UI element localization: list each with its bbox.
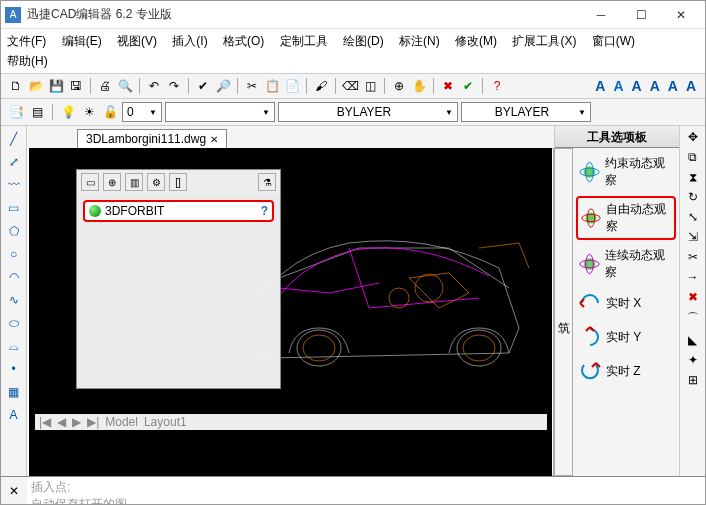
tab-nav-last[interactable]: ▶| [87, 415, 99, 429]
menu-edit[interactable]: 编辑(E) [62, 31, 102, 51]
pan-icon[interactable]: ✋ [410, 77, 428, 95]
menu-dim[interactable]: 标注(N) [399, 31, 440, 51]
circle-icon[interactable]: ○ [5, 245, 23, 263]
saveall-icon[interactable]: 🖫 [67, 77, 85, 95]
text-style-a2[interactable]: A [610, 78, 626, 94]
spell-icon[interactable]: ✔ [194, 77, 212, 95]
pal-item-rty[interactable]: 实时 Y [576, 322, 676, 352]
text-style-a6[interactable]: A [683, 78, 699, 94]
cut-icon[interactable]: ✂ [243, 77, 261, 95]
tab-nav-prev[interactable]: ◀ [57, 415, 66, 429]
layer2-icon[interactable]: ▤ [28, 103, 46, 121]
break-icon[interactable]: ✖ [688, 290, 698, 304]
menu-ext[interactable]: 扩展工具(X) [512, 31, 576, 51]
zoom-icon[interactable]: ⊕ [390, 77, 408, 95]
palette-side-tabs[interactable]: 筑 连续动态… 绘图顺序 [555, 148, 573, 476]
popup-icon-2[interactable]: ⊕ [103, 173, 121, 191]
preview-icon[interactable]: 🔍 [116, 77, 134, 95]
gear-icon[interactable]: ⚙ [147, 173, 165, 191]
mirror-icon[interactable]: ⧗ [689, 170, 697, 184]
text-style-a5[interactable]: A [665, 78, 681, 94]
rotate-icon[interactable]: ↻ [688, 190, 698, 204]
menu-draw[interactable]: 绘图(D) [343, 31, 384, 51]
menu-format[interactable]: 格式(O) [223, 31, 264, 51]
flask-icon[interactable]: ⚗ [258, 173, 276, 191]
erase-icon[interactable]: ⌫ [341, 77, 359, 95]
text-style-a4[interactable]: A [647, 78, 663, 94]
new-icon[interactable]: 🗋 [7, 77, 25, 95]
move-icon[interactable]: ✥ [688, 130, 698, 144]
menu-help[interactable]: 帮助(H) [7, 51, 48, 71]
offset-icon[interactable]: ◫ [361, 77, 379, 95]
popup-command-row[interactable]: 3DFORBIT ? [83, 200, 274, 222]
scale-icon[interactable]: ⤡ [688, 210, 698, 224]
menu-window[interactable]: 窗口(W) [592, 31, 635, 51]
hatch-icon[interactable]: ▦ [5, 383, 23, 401]
menu-custom[interactable]: 定制工具 [280, 31, 328, 51]
text-style-a3[interactable]: A [629, 78, 645, 94]
close-button[interactable]: ✕ [661, 3, 701, 27]
chamfer-icon[interactable]: ◣ [688, 333, 697, 347]
lineweight-combo[interactable]: BYLAYER▼ [461, 102, 591, 122]
ray-icon[interactable]: ⤢ [5, 153, 23, 171]
open-icon[interactable]: 📂 [27, 77, 45, 95]
trim-icon[interactable]: ✂ [688, 250, 698, 264]
text-icon[interactable]: A [5, 406, 23, 424]
menu-view[interactable]: 视图(V) [117, 31, 157, 51]
extend-icon[interactable]: → [687, 270, 699, 284]
layout-tabbar[interactable]: |◀ ◀ ▶ ▶| Model Layout1 [35, 414, 547, 430]
sun-icon[interactable]: ☀ [80, 103, 98, 121]
menu-insert[interactable]: 插入(I) [172, 31, 207, 51]
text-style-a1[interactable]: A [592, 78, 608, 94]
pal-item-cont[interactable]: 连续动态观察 [576, 244, 676, 284]
tab-nav-next[interactable]: ▶ [72, 415, 81, 429]
help-icon[interactable]: ? [488, 77, 506, 95]
ellipse-icon[interactable]: ⬭ [5, 314, 23, 332]
menu-file[interactable]: 文件(F) [7, 31, 46, 51]
find-icon[interactable]: 🔎 [214, 77, 232, 95]
ok-icon[interactable]: ✔ [459, 77, 477, 95]
fillet-icon[interactable]: ⌒ [687, 310, 699, 327]
tab-nav-first[interactable]: |◀ [39, 415, 51, 429]
undo-icon[interactable]: ↶ [145, 77, 163, 95]
cmd-close-icon[interactable]: ✕ [9, 484, 19, 498]
document-tab[interactable]: 3DLamborgini111.dwg ✕ [77, 129, 227, 148]
copy2-icon[interactable]: ⧉ [688, 150, 697, 164]
popup-icon-5[interactable]: [] [169, 173, 187, 191]
cancel-icon[interactable]: ✖ [439, 77, 457, 95]
layout-model[interactable]: Model [105, 415, 138, 429]
point-icon[interactable]: • [5, 360, 23, 378]
menu-modify[interactable]: 修改(M) [455, 31, 497, 51]
rect-icon[interactable]: ▭ [5, 199, 23, 217]
copy-icon[interactable]: 📋 [263, 77, 281, 95]
bulb-icon[interactable]: 💡 [59, 103, 77, 121]
pal-item-constrain[interactable]: 约束动态观察 [576, 152, 676, 192]
explode-icon[interactable]: ✦ [688, 353, 698, 367]
stretch-icon[interactable]: ⇲ [688, 230, 698, 244]
popup-icon-1[interactable]: ▭ [81, 173, 99, 191]
tab-close-icon[interactable]: ✕ [210, 134, 218, 145]
popup-help-icon[interactable]: ? [261, 204, 268, 218]
layer-combo[interactable]: 0▼ [122, 102, 162, 122]
array-icon[interactable]: ⊞ [688, 373, 698, 387]
pal-item-free[interactable]: 自由动态观察 [576, 196, 676, 240]
color-combo[interactable]: ▼ [165, 102, 275, 122]
pal-item-rtx[interactable]: 实时 X [576, 288, 676, 318]
popup-icon-3[interactable]: ▥ [125, 173, 143, 191]
layer-icon[interactable]: 📑 [7, 103, 25, 121]
arc-icon[interactable]: ◠ [5, 268, 23, 286]
lock-icon[interactable]: 🔓 [101, 103, 119, 121]
redo-icon[interactable]: ↷ [165, 77, 183, 95]
save-icon[interactable]: 💾 [47, 77, 65, 95]
linetype-combo[interactable]: BYLAYER▼ [278, 102, 458, 122]
layout-layout1[interactable]: Layout1 [144, 415, 187, 429]
polygon-icon[interactable]: ⬠ [5, 222, 23, 240]
print-icon[interactable]: 🖨 [96, 77, 114, 95]
pal-item-rtz[interactable]: 实时 Z [576, 356, 676, 386]
pal-tab-1[interactable]: 筑 [554, 148, 573, 476]
match-icon[interactable]: 🖌 [312, 77, 330, 95]
spline-icon[interactable]: ∿ [5, 291, 23, 309]
elarc-icon[interactable]: ⌓ [5, 337, 23, 355]
minimize-button[interactable]: ─ [581, 3, 621, 27]
paste-icon[interactable]: 📄 [283, 77, 301, 95]
